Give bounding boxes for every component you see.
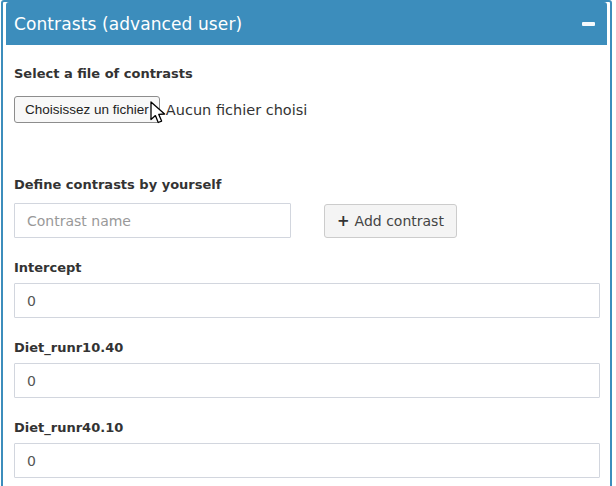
- contrast-field-intercept: Intercept: [14, 260, 600, 318]
- minus-icon: [582, 22, 595, 26]
- contrast-value-input-diet-runr40-10[interactable]: [14, 443, 600, 478]
- choose-file-button[interactable]: Choisissez un fichier: [14, 96, 160, 123]
- add-contrast-label: Add contrast: [355, 213, 444, 229]
- contrast-value-input-intercept[interactable]: [14, 283, 600, 318]
- panel-header[interactable]: Contrasts (advanced user): [6, 2, 607, 45]
- file-section-label: Select a file of contrasts: [14, 66, 600, 82]
- define-contrasts-group: Define contrasts by yourself + Add contr…: [14, 177, 600, 238]
- contrast-field-diet-runr40-10: Diet_runr40.10: [14, 420, 600, 478]
- contrast-field-diet-runr10-40: Diet_runr10.40: [14, 340, 600, 398]
- define-section-label: Define contrasts by yourself: [14, 177, 600, 193]
- contrast-field-label: Intercept: [14, 260, 600, 276]
- contrasts-panel: Contrasts (advanced user) Select a file …: [1, 0, 612, 486]
- file-status-text: Aucun fichier choisi: [166, 102, 308, 118]
- page: Contrasts (advanced user) Select a file …: [0, 0, 616, 486]
- define-contrasts-row: + Add contrast: [14, 203, 600, 238]
- contrast-field-label: Diet_runr40.10: [14, 420, 600, 436]
- add-contrast-button[interactable]: + Add contrast: [324, 204, 457, 238]
- plus-icon: +: [337, 212, 350, 230]
- contrast-field-label: Diet_runr10.40: [14, 340, 600, 356]
- panel-body: Select a file of contrasts Choisissez un…: [6, 45, 607, 486]
- file-upload-group: Select a file of contrasts Choisissez un…: [14, 66, 600, 123]
- contrast-value-input-diet-runr10-40[interactable]: [14, 363, 600, 398]
- file-input-row: Choisissez un fichier Aucun fichier choi…: [14, 96, 600, 123]
- contrast-name-input[interactable]: [14, 203, 291, 238]
- panel-title: Contrasts (advanced user): [14, 14, 242, 34]
- collapse-button[interactable]: [577, 13, 599, 35]
